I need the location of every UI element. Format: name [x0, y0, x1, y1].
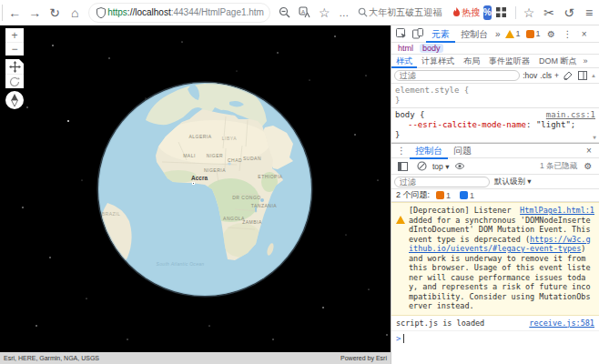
subtab-event-listeners[interactable]: 事件监听器 [484, 55, 534, 68]
inspect-element-icon[interactable] [393, 26, 410, 42]
nav-toggle-corner [19, 59, 24, 64]
computed-sidebar-icon[interactable] [576, 68, 588, 84]
back-button[interactable]: ← [5, 3, 25, 23]
powered-by-esri[interactable]: Powered by Esri [340, 355, 387, 361]
compass-needle-icon [8, 93, 21, 107]
issues-summary-row[interactable]: 2 个问题: 1 1 [391, 189, 599, 202]
clear-console-icon[interactable] [413, 158, 430, 174]
drawer-kebab-icon[interactable]: ⋮ [393, 143, 410, 158]
new-style-rule-button[interactable]: + [554, 71, 559, 80]
subtab-layout[interactable]: 布局 [459, 55, 484, 68]
style-source-link[interactable]: main.css:1 [546, 110, 595, 120]
issue-square-icon [526, 30, 534, 38]
tab-console[interactable]: 控制台 [455, 25, 493, 43]
forward-button[interactable]: → [25, 3, 45, 23]
warning-text-post: ) and work is underway to remove it from… [409, 244, 591, 310]
globe-svg [0, 25, 391, 364]
drawer-close-icon[interactable]: × [581, 143, 597, 158]
devtools-panel: 元素 控制台 » 1 1 ⚙ ⋮ × html body 样式 计算样式 布局 … [391, 25, 599, 364]
styles-scroll-up-icon[interactable]: ▲ [591, 73, 596, 78]
console-prompt[interactable]: > [391, 331, 599, 346]
issues-badge-info[interactable]: 1 [460, 191, 474, 200]
cls-toggle[interactable]: .cls [540, 71, 552, 80]
hidden-messages-note[interactable]: 1 条已隐藏 [540, 161, 577, 172]
console-filter-row: 默认级别 ▾ [391, 175, 599, 189]
element-style-open: element.style { [395, 86, 469, 95]
zoom-in-button[interactable]: + [5, 28, 24, 42]
subtab-dom-breakpoints[interactable]: DOM 断点 [534, 55, 582, 68]
sidebar-edge [0, 5, 3, 21]
search-input[interactable] [369, 7, 452, 17]
devtools-kebab-icon[interactable]: ⋮ [560, 26, 576, 42]
menu-icon[interactable]: ≡ [579, 3, 599, 23]
drawer-tab-issues[interactable]: 问题 [448, 142, 477, 159]
subtabs-more-chevron[interactable]: » [582, 56, 590, 66]
console-filter-input[interactable] [394, 177, 490, 187]
shield-icon[interactable] [95, 6, 107, 19]
zoom-widget: + − [5, 28, 24, 56]
breadcrumb-html[interactable]: html [395, 44, 416, 53]
zoom-out-button[interactable]: − [5, 42, 24, 56]
rotate-mode-button[interactable] [5, 74, 24, 88]
body-style-rule[interactable]: main.css:1 body { --esri-calcite-mode-na… [391, 108, 599, 143]
issue-blue-count: 1 [470, 191, 474, 200]
issue-blue-icon [460, 191, 468, 199]
console-sidebar-icon[interactable] [394, 158, 411, 174]
dom-breadcrumb: html body [391, 43, 599, 55]
log-levels-selector[interactable]: 默认级别 ▾ [494, 177, 532, 187]
styles-scroll-down-icon[interactable]: ▼ [591, 132, 598, 142]
undo-icon[interactable]: ↺ [559, 3, 579, 23]
log-source-link[interactable]: receive.js:581 [529, 318, 594, 328]
device-toolbar-icon[interactable] [410, 26, 426, 42]
warning-source-link[interactable]: HtmlPage1.html:1 [520, 206, 594, 216]
prompt-chevron: > [396, 334, 401, 343]
hov-toggle[interactable]: :hov [523, 71, 537, 80]
browser-toolbar: ← → ↻ ⌂ https://localhost:44344/HtmlPage… [0, 0, 599, 25]
drawer-tab-console[interactable]: 控制台 [410, 142, 448, 159]
styles-subtabs: 样式 计算样式 布局 事件监听器 DOM 断点 » [391, 55, 599, 68]
issues-indicator[interactable]: 1 [526, 29, 541, 38]
bookmark-star-icon[interactable]: ☆ [314, 3, 334, 23]
context-value: top [432, 162, 443, 171]
rendering-emulation-icon[interactable] [562, 68, 574, 84]
browser-logo-icon[interactable]: % [483, 5, 492, 20]
compass-widget[interactable] [5, 91, 24, 109]
devtools-settings-icon[interactable]: ⚙ [543, 26, 560, 42]
screenshot-scissors-icon[interactable]: ✂ [539, 3, 559, 23]
home-button[interactable]: ⌂ [65, 3, 85, 23]
accra-marker [192, 182, 195, 185]
pan-mode-button[interactable] [5, 59, 24, 74]
hot-search-label: 热搜 [462, 6, 480, 19]
log-text: script.js is loaded [396, 318, 484, 328]
breadcrumb-body[interactable]: body [420, 44, 443, 53]
console-settings-icon[interactable]: ⚙ [580, 158, 596, 174]
styles-filter-input[interactable] [394, 70, 520, 81]
body-selector: body { [395, 110, 425, 119]
url-path: :44344/HtmlPage1.html [171, 7, 265, 17]
tab-elements[interactable]: 元素 [426, 25, 455, 43]
context-selector[interactable]: top ▾ [432, 162, 449, 171]
console-drawer-header: ⋮ 控制台 问题 × [391, 143, 599, 158]
globe-scene[interactable]: ALGERIA LIBYA MALI NIGER CHAD SUDAN NIGE… [0, 25, 391, 364]
refresh-button[interactable]: ↻ [45, 3, 65, 23]
more-tabs-chevron[interactable]: » [493, 29, 503, 39]
css-property-value[interactable]: "light"; [536, 120, 575, 129]
css-property-name[interactable]: --esri-calcite-mode-name [408, 120, 526, 129]
toolbar-search[interactable] [356, 3, 452, 23]
live-expression-eye-icon[interactable] [452, 158, 468, 174]
devtools-close-icon[interactable]: × [576, 26, 593, 42]
favorites-star-icon[interactable]: ☆ [519, 3, 539, 23]
hot-search-link[interactable]: 热搜 [452, 6, 480, 19]
issues-badge-warning[interactable]: 1 [436, 191, 451, 200]
search-icon [356, 3, 369, 23]
issue-orange-icon [436, 191, 444, 199]
element-style-rule[interactable]: element.style { } [391, 84, 599, 108]
toolbar-overflow-icon[interactable]: … [334, 3, 354, 23]
translate-icon[interactable]: A [294, 3, 314, 23]
zoom-out-page-icon[interactable] [274, 3, 294, 23]
address-bar[interactable]: https://localhost:44344/HtmlPage1.html [88, 3, 270, 23]
subtab-styles[interactable]: 样式 [391, 55, 417, 68]
apps-grid-icon[interactable] [492, 3, 512, 23]
warnings-indicator[interactable]: 1 [505, 29, 521, 38]
subtab-computed[interactable]: 计算样式 [417, 55, 459, 68]
